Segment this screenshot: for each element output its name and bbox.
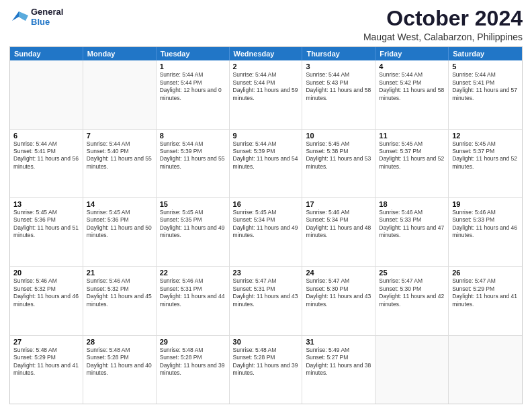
calendar-cell: 7Sunrise: 5:44 AM Sunset: 5:40 PM Daylig… [83, 130, 157, 197]
cell-content: Sunrise: 5:45 AM Sunset: 5:34 PM Dayligh… [233, 209, 299, 240]
calendar-body: 1Sunrise: 5:44 AM Sunset: 5:44 PM Daylig… [10, 60, 522, 404]
cell-content: Sunrise: 5:44 AM Sunset: 5:41 PM Dayligh… [13, 140, 79, 171]
cell-content: Sunrise: 5:45 AM Sunset: 5:36 PM Dayligh… [87, 209, 152, 240]
day-number: 19 [452, 200, 519, 208]
title-block: October 2024 Maugat West, Calabarzon, Ph… [363, 7, 523, 42]
day-number: 28 [87, 338, 152, 346]
calendar-cell: 14Sunrise: 5:45 AM Sunset: 5:36 PM Dayli… [83, 198, 157, 266]
cell-content: Sunrise: 5:46 AM Sunset: 5:32 PM Dayligh… [13, 277, 79, 308]
calendar-cell: 6Sunrise: 5:44 AM Sunset: 5:41 PM Daylig… [10, 130, 83, 197]
cell-content: Sunrise: 5:48 AM Sunset: 5:28 PM Dayligh… [233, 347, 299, 377]
calendar-cell: 5Sunrise: 5:44 AM Sunset: 5:41 PM Daylig… [449, 60, 522, 128]
cell-content: Sunrise: 5:44 AM Sunset: 5:43 PM Dayligh… [306, 71, 371, 102]
calendar-cell: 30Sunrise: 5:48 AM Sunset: 5:28 PM Dayli… [230, 336, 303, 404]
cell-content: Sunrise: 5:47 AM Sunset: 5:31 PM Dayligh… [233, 277, 299, 308]
day-number: 23 [233, 269, 299, 277]
main-title: October 2024 [363, 7, 523, 30]
day-number: 7 [87, 132, 152, 140]
day-number: 29 [160, 338, 226, 346]
cell-content: Sunrise: 5:44 AM Sunset: 5:39 PM Dayligh… [160, 140, 226, 171]
day-number: 12 [452, 132, 519, 140]
day-number: 25 [379, 269, 445, 277]
day-number: 26 [452, 269, 519, 277]
cell-content: Sunrise: 5:44 AM Sunset: 5:39 PM Dayligh… [233, 140, 299, 171]
day-number: 30 [233, 338, 299, 346]
calendar-cell: 18Sunrise: 5:46 AM Sunset: 5:33 PM Dayli… [375, 198, 449, 266]
day-number: 17 [306, 200, 371, 208]
subtitle: Maugat West, Calabarzon, Philippines [363, 32, 523, 42]
calendar-cell [449, 336, 522, 404]
cell-content: Sunrise: 5:44 AM Sunset: 5:40 PM Dayligh… [87, 140, 152, 171]
cell-content: Sunrise: 5:46 AM Sunset: 5:34 PM Dayligh… [306, 209, 371, 240]
day-number: 2 [233, 62, 299, 71]
day-number: 21 [87, 269, 152, 277]
calendar-cell: 24Sunrise: 5:47 AM Sunset: 5:30 PM Dayli… [302, 267, 375, 334]
calendar-week-row: 13Sunrise: 5:45 AM Sunset: 5:36 PM Dayli… [10, 198, 522, 267]
calendar-header-cell: Thursday [302, 47, 375, 60]
calendar-cell: 1Sunrise: 5:44 AM Sunset: 5:44 PM Daylig… [157, 60, 230, 128]
logo-text: General Blue [31, 7, 63, 27]
cell-content: Sunrise: 5:48 AM Sunset: 5:28 PM Dayligh… [160, 347, 226, 377]
calendar-cell: 29Sunrise: 5:48 AM Sunset: 5:28 PM Dayli… [157, 336, 230, 404]
calendar-header-cell: Friday [375, 47, 449, 60]
day-number: 22 [160, 269, 226, 277]
day-number: 31 [306, 338, 371, 346]
calendar-header-cell: Monday [83, 47, 157, 60]
calendar-cell: 22Sunrise: 5:46 AM Sunset: 5:31 PM Dayli… [157, 267, 230, 334]
calendar-week-row: 6Sunrise: 5:44 AM Sunset: 5:41 PM Daylig… [10, 130, 522, 198]
day-number: 13 [13, 200, 79, 208]
cell-content: Sunrise: 5:48 AM Sunset: 5:29 PM Dayligh… [13, 347, 79, 377]
cell-content: Sunrise: 5:47 AM Sunset: 5:30 PM Dayligh… [306, 277, 371, 308]
calendar-cell: 17Sunrise: 5:46 AM Sunset: 5:34 PM Dayli… [302, 198, 375, 266]
calendar-cell: 10Sunrise: 5:45 AM Sunset: 5:38 PM Dayli… [302, 130, 375, 197]
day-number: 6 [13, 132, 79, 140]
calendar-header: SundayMondayTuesdayWednesdayThursdayFrid… [10, 47, 522, 60]
cell-content: Sunrise: 5:44 AM Sunset: 5:44 PM Dayligh… [160, 71, 226, 102]
day-number: 20 [13, 269, 79, 277]
calendar-header-cell: Sunday [10, 47, 83, 60]
day-number: 14 [87, 200, 152, 208]
calendar-cell: 3Sunrise: 5:44 AM Sunset: 5:43 PM Daylig… [302, 60, 375, 128]
svg-marker-1 [19, 11, 28, 21]
cell-content: Sunrise: 5:46 AM Sunset: 5:32 PM Dayligh… [87, 277, 152, 308]
calendar-cell: 11Sunrise: 5:45 AM Sunset: 5:37 PM Dayli… [375, 130, 449, 197]
calendar-header-cell: Wednesday [230, 47, 303, 60]
calendar-cell: 21Sunrise: 5:46 AM Sunset: 5:32 PM Dayli… [83, 267, 157, 334]
page: General Blue October 2024 Maugat West, C… [0, 0, 532, 411]
day-number: 5 [452, 62, 519, 71]
cell-content: Sunrise: 5:44 AM Sunset: 5:42 PM Dayligh… [379, 71, 445, 102]
calendar-cell [10, 60, 83, 128]
calendar: SundayMondayTuesdayWednesdayThursdayFrid… [9, 46, 523, 404]
cell-content: Sunrise: 5:48 AM Sunset: 5:28 PM Dayligh… [87, 347, 152, 377]
calendar-cell: 25Sunrise: 5:47 AM Sunset: 5:30 PM Dayli… [375, 267, 449, 334]
calendar-cell: 20Sunrise: 5:46 AM Sunset: 5:32 PM Dayli… [10, 267, 83, 334]
day-number: 3 [306, 62, 371, 71]
calendar-cell: 2Sunrise: 5:44 AM Sunset: 5:44 PM Daylig… [230, 60, 303, 128]
day-number: 9 [233, 132, 299, 140]
cell-content: Sunrise: 5:45 AM Sunset: 5:35 PM Dayligh… [160, 209, 226, 240]
calendar-header-cell: Tuesday [157, 47, 230, 60]
day-number: 15 [160, 200, 226, 208]
cell-content: Sunrise: 5:44 AM Sunset: 5:44 PM Dayligh… [233, 71, 299, 102]
day-number: 16 [233, 200, 299, 208]
calendar-header-cell: Saturday [449, 47, 522, 60]
calendar-cell: 13Sunrise: 5:45 AM Sunset: 5:36 PM Dayli… [10, 198, 83, 266]
calendar-cell: 28Sunrise: 5:48 AM Sunset: 5:28 PM Dayli… [83, 336, 157, 404]
header: General Blue October 2024 Maugat West, C… [9, 7, 523, 42]
calendar-cell: 8Sunrise: 5:44 AM Sunset: 5:39 PM Daylig… [157, 130, 230, 197]
calendar-cell [83, 60, 157, 128]
calendar-week-row: 20Sunrise: 5:46 AM Sunset: 5:32 PM Dayli… [10, 267, 522, 335]
cell-content: Sunrise: 5:46 AM Sunset: 5:33 PM Dayligh… [379, 209, 445, 240]
cell-content: Sunrise: 5:45 AM Sunset: 5:36 PM Dayligh… [13, 209, 79, 240]
day-number: 27 [13, 338, 79, 346]
calendar-cell: 12Sunrise: 5:45 AM Sunset: 5:37 PM Dayli… [449, 130, 522, 197]
calendar-week-row: 1Sunrise: 5:44 AM Sunset: 5:44 PM Daylig… [10, 60, 522, 129]
cell-content: Sunrise: 5:46 AM Sunset: 5:31 PM Dayligh… [160, 277, 226, 308]
calendar-cell [375, 336, 449, 404]
calendar-cell: 19Sunrise: 5:46 AM Sunset: 5:33 PM Dayli… [449, 198, 522, 266]
logo-icon [9, 9, 28, 25]
calendar-cell: 4Sunrise: 5:44 AM Sunset: 5:42 PM Daylig… [375, 60, 449, 128]
cell-content: Sunrise: 5:47 AM Sunset: 5:30 PM Dayligh… [379, 277, 445, 308]
day-number: 4 [379, 62, 445, 71]
cell-content: Sunrise: 5:44 AM Sunset: 5:41 PM Dayligh… [452, 71, 519, 102]
